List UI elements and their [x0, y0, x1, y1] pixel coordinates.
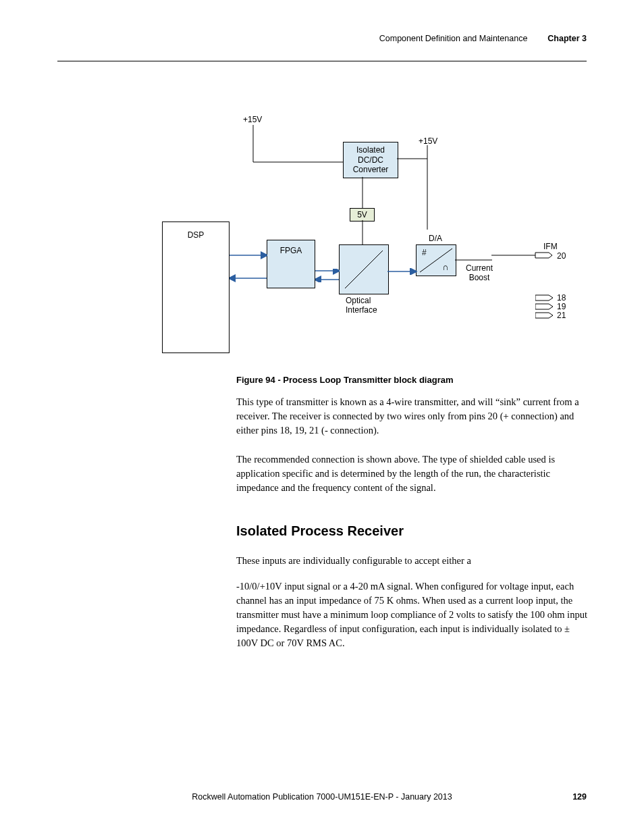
block-dsp: DSP — [162, 221, 230, 353]
svg-line-6 — [345, 251, 383, 288]
label-hash: # — [422, 248, 427, 257]
label-optical: Optical Interface — [346, 296, 377, 315]
wire — [315, 269, 340, 282]
block-optical — [339, 244, 389, 294]
label-pin20: 20 — [557, 251, 566, 261]
label-pin21: 21 — [557, 311, 566, 320]
label-da: D/A — [429, 234, 442, 243]
page-header: Component Definition and Maintenance Cha… — [57, 34, 587, 43]
figure-caption: Figure 94 - Process Loop Transmitter blo… — [236, 375, 453, 385]
connector-pin18 — [535, 294, 554, 301]
page-footer: Rockwell Automation Publication 7000-UM1… — [57, 792, 587, 802]
optical-diagonal-icon — [340, 245, 388, 294]
label-current-boost: Current Boost — [466, 263, 493, 282]
body-paragraph-2: The recommended connection is shown abov… — [236, 452, 587, 495]
block-fpga: FPGA — [267, 240, 315, 288]
wire — [397, 145, 437, 233]
wire — [250, 125, 257, 162]
connector-pin21 — [535, 312, 554, 319]
header-section-title: Component Definition and Maintenance — [379, 34, 528, 43]
label-pin19: 19 — [557, 302, 566, 311]
label-pin18: 18 — [557, 293, 566, 303]
block-converter: Isolated DC/DC Converter — [343, 142, 398, 178]
label-ifm: IFM — [543, 242, 558, 251]
block-diagram: +15V Isolated DC/DC Converter +15V 5V DS… — [162, 108, 594, 365]
label-cap: ∩ — [442, 262, 448, 272]
body-paragraph-1: This type of transmitter is known as a 4… — [236, 395, 587, 438]
wire — [359, 220, 366, 246]
wire — [230, 249, 267, 286]
header-chapter: Chapter 3 — [547, 34, 587, 43]
label-plus15v-left: +15V — [243, 115, 262, 124]
block-5v: 5V — [350, 208, 375, 221]
wire — [387, 268, 417, 275]
wire — [253, 159, 344, 165]
header-rule — [57, 61, 587, 61]
body-paragraph-3: These inputs are individually configurab… — [236, 554, 587, 568]
wire — [359, 177, 366, 208]
connector-pin20 — [491, 252, 552, 259]
page: Component Definition and Maintenance Cha… — [0, 0, 644, 834]
body-paragraph-4: -10/0/+10V input signal or a 4-20 mA sig… — [236, 579, 587, 650]
label-plus15v-right: +15V — [419, 136, 437, 146]
footer-publication: Rockwell Automation Publication 7000-UM1… — [57, 792, 587, 802]
connector-pin19 — [535, 303, 554, 310]
wire — [455, 257, 492, 263]
section-heading: Isolated Process Receiver — [236, 523, 404, 539]
